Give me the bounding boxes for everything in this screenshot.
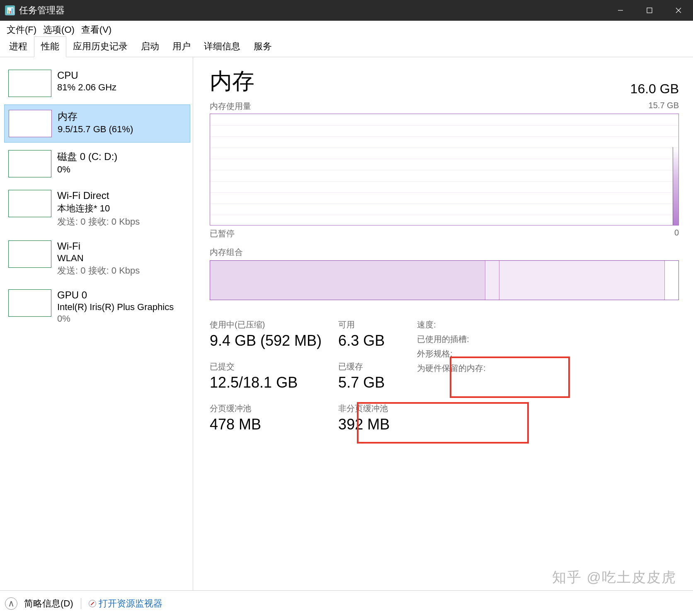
tab-processes[interactable]: 进程 (2, 37, 34, 57)
sidebar-item-disk[interactable]: 磁盘 0 (C: D:) 0% (4, 145, 190, 182)
tab-performance[interactable]: 性能 (34, 36, 66, 57)
composition-modified (485, 261, 499, 300)
stat-value: 392 MB (338, 416, 390, 433)
sidebar-item-memory[interactable]: 内存 9.5/15.7 GB (61%) (4, 104, 190, 143)
wifi-direct-thumb-icon (8, 190, 51, 217)
sidebar-item-label: Wi-Fi (57, 240, 140, 252)
sidebar-item-sub: 9.5/15.7 GB (61%) (58, 124, 133, 135)
composition-label: 内存组合 (210, 247, 679, 258)
stat-value: 6.3 GB (338, 332, 390, 349)
sidebar-item-label: 磁盘 0 (C: D:) (57, 150, 117, 163)
sidebar: CPU 81% 2.06 GHz 内存 9.5/15.7 GB (61%) 磁盘… (0, 57, 193, 590)
disk-thumb-icon (8, 150, 51, 177)
graph-label-left: 内存使用量 (210, 101, 251, 112)
composition-standby (499, 261, 665, 300)
stat-available: 可用 6.3 GB (338, 319, 390, 349)
minimize-button[interactable] (606, 0, 635, 21)
sidebar-item-sub: Intel(R) Iris(R) Plus Graphics (57, 302, 174, 313)
sidebar-item-sub: 0% (57, 164, 117, 175)
simple-info-button[interactable]: 简略信息(D) (24, 597, 73, 610)
menu-options[interactable]: 选项(O) (40, 22, 78, 38)
sidebar-item-sub: 本地连接* 10 (57, 202, 140, 215)
stat-label: 使用中(已压缩) (210, 319, 322, 330)
window-title: 任务管理器 (19, 4, 65, 17)
chevron-up-icon[interactable]: ∧ (5, 597, 17, 610)
graph-spike (673, 147, 678, 225)
tab-details[interactable]: 详细信息 (197, 37, 247, 57)
tab-services[interactable]: 服务 (247, 37, 279, 57)
stat-label: 分页缓冲池 (210, 403, 322, 414)
memory-usage-graph[interactable] (210, 114, 679, 226)
tab-users[interactable]: 用户 (166, 37, 197, 57)
graph-label-right: 15.7 GB (649, 101, 679, 112)
stat-label: 非分页缓冲池 (338, 403, 390, 414)
stat-right-slots: 已使用的插槽: (417, 334, 486, 345)
stat-in-use: 使用中(已压缩) 9.4 GB (592 MB) (210, 319, 322, 349)
stat-label: 可用 (338, 319, 390, 330)
detail-title: 内存 (210, 66, 254, 97)
tabs: 进程 性能 应用历史记录 启动 用户 详细信息 服务 (0, 39, 693, 57)
detail-total: 16.0 GB (630, 81, 679, 97)
sidebar-item-label: 内存 (58, 110, 133, 123)
memory-composition-bar[interactable] (210, 260, 679, 300)
open-resource-monitor-link[interactable]: 打开资源监视器 (89, 597, 162, 610)
close-button[interactable] (664, 0, 693, 21)
tab-app-history[interactable]: 应用历史记录 (66, 37, 134, 57)
stat-nonpaged-pool: 非分页缓冲池 392 MB (338, 403, 390, 433)
composition-free (665, 261, 678, 300)
sidebar-item-label: GPU 0 (57, 289, 174, 301)
titlebar: 📊 任务管理器 (0, 0, 693, 21)
stat-value: 9.4 GB (592 MB) (210, 332, 322, 349)
stat-cached: 已缓存 5.7 GB (338, 361, 390, 391)
stat-label: 已缓存 (338, 361, 390, 372)
sidebar-item-label: Wi-Fi Direct (57, 190, 140, 201)
stats-right-labels: 速度: 已使用的插槽: 外形规格: 为硬件保留的内存: (417, 319, 486, 433)
composition-used (210, 261, 485, 300)
gpu-thumb-icon (8, 289, 51, 317)
sub-label-left: 已暂停 (210, 228, 235, 239)
sidebar-item-wifi-direct[interactable]: Wi-Fi Direct 本地连接* 10 发送: 0 接收: 0 Kbps (4, 185, 190, 233)
footer-bar: ∧ 简略信息(D) 打开资源监视器 (0, 590, 693, 616)
sidebar-item-sub: WLAN (57, 253, 140, 264)
maximize-button[interactable] (635, 0, 664, 21)
resource-monitor-icon (89, 600, 96, 607)
sidebar-item-sub2: 0% (57, 313, 174, 324)
sidebar-item-wifi[interactable]: Wi-Fi WLAN 发送: 0 接收: 0 Kbps (4, 235, 190, 282)
stat-value: 478 MB (210, 416, 322, 433)
sidebar-item-sub: 81% 2.06 GHz (57, 82, 116, 93)
svg-rect-1 (647, 8, 652, 13)
menu-view[interactable]: 查看(V) (78, 22, 115, 38)
cpu-thumb-icon (8, 70, 51, 97)
sidebar-item-sub2: 发送: 0 接收: 0 Kbps (57, 264, 140, 277)
tab-startup[interactable]: 启动 (134, 37, 166, 57)
detail-panel: 内存 16.0 GB 内存使用量 15.7 GB 已暂停 0 内存组合 使用中(… (193, 57, 693, 590)
menubar: 文件(F) 选项(O) 查看(V) (0, 21, 693, 39)
stat-value: 12.5/18.1 GB (210, 374, 322, 391)
stat-right-reserved: 为硬件保留的内存: (417, 363, 486, 374)
stat-right-speed: 速度: (417, 319, 486, 330)
app-icon: 📊 (5, 5, 15, 15)
stat-committed: 已提交 12.5/18.1 GB (210, 361, 322, 391)
wifi-thumb-icon (8, 240, 51, 268)
footer-separator (81, 598, 81, 609)
menu-file[interactable]: 文件(F) (3, 22, 40, 38)
resource-monitor-label: 打开资源监视器 (99, 597, 162, 610)
sidebar-item-cpu[interactable]: CPU 81% 2.06 GHz (4, 65, 190, 102)
stat-paged-pool: 分页缓冲池 478 MB (210, 403, 322, 433)
sub-label-right: 0 (674, 228, 679, 239)
sidebar-item-label: CPU (57, 70, 116, 81)
sidebar-item-sub2: 发送: 0 接收: 0 Kbps (57, 216, 140, 228)
stat-right-form: 外形规格: (417, 348, 486, 359)
stat-value: 5.7 GB (338, 374, 390, 391)
sidebar-item-gpu[interactable]: GPU 0 Intel(R) Iris(R) Plus Graphics 0% (4, 284, 190, 329)
memory-thumb-icon (9, 110, 52, 137)
stat-label: 已提交 (210, 361, 322, 372)
